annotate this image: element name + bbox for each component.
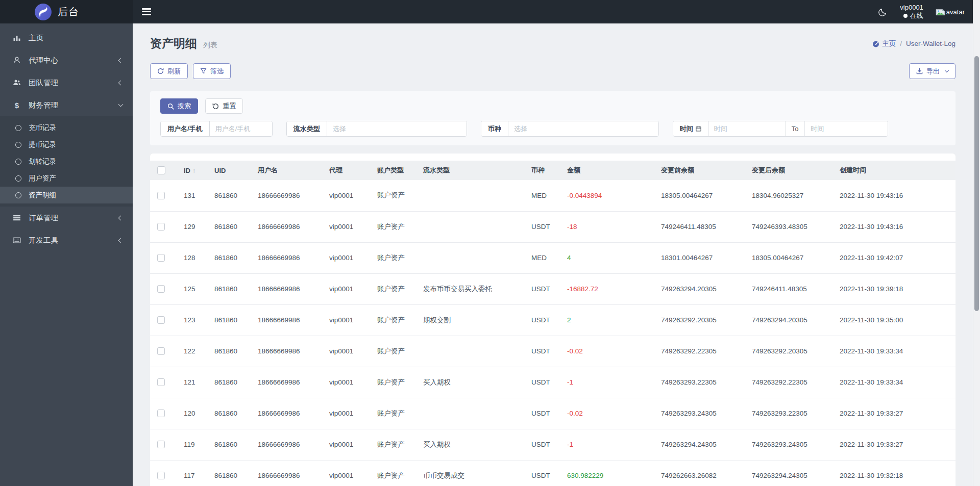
cell-created-at: 2022-11-30 19:33:34 <box>836 336 955 367</box>
username-phone-input[interactable] <box>210 121 272 136</box>
search-button[interactable]: 搜索 <box>160 98 198 114</box>
cell-id: 120 <box>180 398 210 429</box>
cell-agent: vip0001 <box>325 180 373 211</box>
cell-username: 18666669986 <box>254 304 325 336</box>
row-checkbox[interactable] <box>157 378 165 386</box>
cell-created-at: 2022-11-30 19:33:34 <box>836 367 955 398</box>
cell-account-type: 账户资产 <box>373 211 419 242</box>
sidebar-item[interactable]: $财务管理 <box>0 94 133 116</box>
column-header[interactable]: 创建时间 <box>836 161 955 180</box>
flow-type-select[interactable] <box>327 121 467 136</box>
sidebar-subitem[interactable]: 提币记录 <box>0 136 133 153</box>
brand[interactable]: 后台 <box>0 0 133 23</box>
column-header[interactable]: 币种 <box>527 161 563 180</box>
cell-amount: -18 <box>563 211 657 242</box>
row-checkbox[interactable] <box>157 316 165 324</box>
export-button[interactable]: 导出 <box>909 63 955 79</box>
sidebar-item[interactable]: 主页 <box>0 27 133 49</box>
date-from-input[interactable] <box>708 121 785 136</box>
menu-toggle-icon[interactable] <box>142 8 151 15</box>
chevron-left-icon <box>118 80 124 85</box>
cell-username: 18666669986 <box>254 180 325 211</box>
cell-coin: USDT <box>527 336 563 367</box>
sidebar-subitem[interactable]: 充币记录 <box>0 119 133 136</box>
sort-ascending-icon[interactable]: ↑ <box>192 167 195 174</box>
row-checkbox[interactable] <box>157 192 165 199</box>
row-checkbox[interactable] <box>157 285 165 293</box>
table-row: 12886186018666669986vip0001账户资产MED418301… <box>150 242 955 273</box>
circle-icon <box>15 142 21 148</box>
cell-created-at: 2022-11-30 19:33:27 <box>836 398 955 429</box>
refresh-button[interactable]: 刷新 <box>150 63 188 79</box>
cell-coin: MED <box>527 242 563 273</box>
column-header[interactable]: ID↑ <box>180 161 210 180</box>
cell-id: 123 <box>180 304 210 336</box>
column-header[interactable]: 用户名 <box>254 161 325 180</box>
sidebar-item[interactable]: 开发工具 <box>0 229 133 251</box>
cell-balance-after: 749263292.22305 <box>748 367 836 398</box>
row-checkbox[interactable] <box>157 410 165 417</box>
column-header[interactable]: 流水类型 <box>419 161 527 180</box>
reset-button[interactable]: 重置 <box>205 98 243 114</box>
cell-account-type: 账户资产 <box>373 304 419 336</box>
cell-balance-before: 749263293.24305 <box>657 398 748 429</box>
column-header[interactable]: 变更前余额 <box>657 161 748 180</box>
sidebar-item[interactable]: 代理中心 <box>0 49 133 71</box>
select-all-header <box>150 161 180 180</box>
chevron-down-icon <box>118 102 124 107</box>
cell-account-type: 账户资产 <box>373 398 419 429</box>
cell-created-at: 2022-11-30 19:39:18 <box>836 273 955 304</box>
column-header[interactable]: 代理 <box>325 161 373 180</box>
row-checkbox[interactable] <box>157 472 165 479</box>
circle-icon <box>15 125 21 131</box>
cell-created-at: 2022-11-30 19:43:16 <box>836 180 955 211</box>
download-icon <box>916 68 923 74</box>
dark-mode-moon-icon[interactable] <box>878 7 888 17</box>
filter-field-time-range: 时间To <box>673 121 889 137</box>
cell-amount: -16882.72 <box>563 273 657 304</box>
column-header[interactable]: 金额 <box>563 161 657 180</box>
sidebar-item[interactable]: 团队管理 <box>0 71 133 94</box>
filter-field-username-phone: 用户名/手机 <box>160 121 273 137</box>
table-row: 12186186018666669986vip0001账户资产买入期权USDT-… <box>150 367 955 398</box>
filter-field-flow-type: 流水类型 <box>286 121 467 137</box>
cell-flow-type <box>419 398 527 429</box>
row-checkbox[interactable] <box>157 347 165 355</box>
column-header[interactable]: 账户类型 <box>373 161 419 180</box>
cell-username: 18666669986 <box>254 211 325 242</box>
circle-icon <box>15 192 21 198</box>
sidebar-subitem[interactable]: 划转记录 <box>0 153 133 170</box>
row-checkbox[interactable] <box>157 223 165 231</box>
avatar[interactable]: avatar <box>936 8 965 16</box>
breadcrumb-home-link[interactable]: 主页 <box>872 39 896 48</box>
cell-created-at: 2022-11-30 19:43:16 <box>836 211 955 242</box>
row-checkbox[interactable] <box>157 254 165 262</box>
scrollbar-thumb[interactable] <box>974 56 979 311</box>
cell-account-type: 账户资产 <box>373 273 419 304</box>
cell-created-at: 2022-11-30 19:42:07 <box>836 242 955 273</box>
cell-agent: vip0001 <box>325 242 373 273</box>
column-header[interactable]: 变更后余额 <box>748 161 836 180</box>
vertical-scrollbar[interactable] <box>973 0 980 486</box>
sidebar-subitem[interactable]: 用户资产 <box>0 170 133 187</box>
filter-button[interactable]: 筛选 <box>193 63 231 79</box>
keyboard-icon <box>12 237 21 243</box>
cell-uid: 861860 <box>210 460 254 486</box>
circle-icon <box>15 175 21 182</box>
sidebar-item[interactable]: 订单管理 <box>0 207 133 229</box>
cell-uid: 861860 <box>210 398 254 429</box>
select-all-checkbox[interactable] <box>157 166 165 174</box>
chevron-left-icon <box>118 215 124 220</box>
cell-created-at: 2022-11-30 19:35:00 <box>836 304 955 336</box>
cell-amount: 630.982229 <box>563 460 657 486</box>
funnel-icon <box>200 68 207 74</box>
coin-select[interactable] <box>508 121 658 136</box>
user-info[interactable]: vip0001 在线 <box>900 4 923 20</box>
row-checkbox[interactable] <box>157 441 165 448</box>
date-to-input[interactable] <box>805 121 888 136</box>
column-header[interactable]: UID <box>210 161 254 180</box>
cell-uid: 861860 <box>210 242 254 273</box>
cell-balance-after: 18304.96025327 <box>748 180 836 211</box>
cell-id: 117 <box>180 460 210 486</box>
sidebar-subitem[interactable]: 资产明细 <box>0 187 133 203</box>
